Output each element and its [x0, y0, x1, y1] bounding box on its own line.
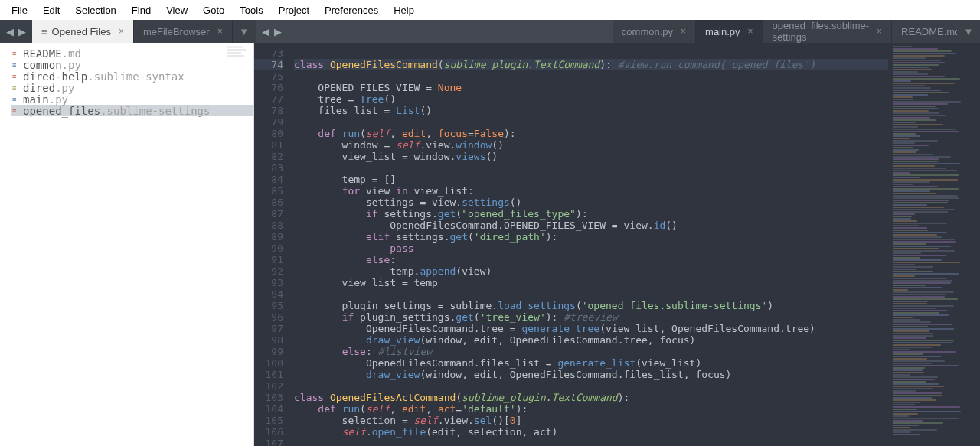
file-name: opened_files.sublime-settings	[23, 105, 210, 117]
editor-tab[interactable]: main.py×	[696, 20, 763, 43]
file-list: ≡README.md≡common.py≡dired-help.sublime-…	[0, 43, 253, 116]
line-number: 77	[254, 93, 283, 105]
code-line: def run(self, edit, focus=False):	[294, 128, 888, 139]
file-name: common.py	[23, 59, 81, 71]
editor-nav-arrows[interactable]: ◀ ▶	[256, 20, 612, 43]
minimap[interactable]	[888, 43, 980, 446]
tab-label: Opened Files	[52, 26, 111, 37]
code-line: class OpenedFilesCommand(sublime_plugin.…	[294, 59, 888, 70]
code-line: def run(self, edit, act='default'):	[294, 403, 888, 415]
code-line: temp = []	[294, 174, 888, 185]
code-line: self.open_file(edit, selection, act)	[294, 426, 888, 438]
main-area: ≡README.md≡common.py≡dired-help.sublime-…	[0, 43, 980, 446]
code-line: plugin_settings = sublime.load_settings(…	[294, 300, 888, 311]
file-bullet-icon: ≡	[12, 50, 20, 57]
code-line	[294, 288, 888, 300]
sidebar-nav-arrows[interactable]: ◀ ▶	[0, 20, 32, 43]
line-number: 92	[254, 265, 283, 277]
file-row[interactable]: ≡opened_files.sublime-settings	[11, 105, 253, 116]
code-area[interactable]: class OpenedFilesCommand(sublime_plugin.…	[288, 43, 888, 446]
arrow-left-icon[interactable]: ◀	[262, 26, 270, 37]
menu-item-selection[interactable]: Selection	[68, 2, 122, 18]
line-number: 82	[254, 151, 283, 162]
tab-label: opened_files.sublime-settings	[773, 20, 869, 43]
code-line: OpenedFilesCommand.files_list = generate…	[294, 357, 888, 369]
code-line: tree = Tree()	[294, 93, 888, 105]
code-line: else:	[294, 254, 888, 265]
code-line	[294, 380, 888, 392]
close-icon[interactable]: ×	[877, 26, 882, 37]
line-number: 106	[254, 426, 283, 438]
line-number: 99	[254, 346, 283, 357]
code-line: temp.append(view)	[294, 265, 888, 277]
line-number: 97	[254, 323, 283, 334]
menu-item-find[interactable]: Find	[125, 2, 158, 18]
code-line: for view in view_list:	[294, 185, 888, 197]
file-row[interactable]: ≡common.py	[11, 59, 253, 70]
file-row[interactable]: ≡main.py	[11, 93, 253, 105]
line-number: 105	[254, 415, 283, 426]
editor-tab-overflow-dropdown[interactable]: ▼	[957, 20, 980, 43]
file-row[interactable]: ≡dired.py	[11, 82, 253, 93]
line-number: 74	[254, 59, 283, 70]
code-line: draw_view(window, edit, OpenedFilesComma…	[294, 334, 888, 346]
menu-item-edit[interactable]: Edit	[36, 2, 67, 18]
line-number: 101	[254, 369, 283, 380]
line-number: 95	[254, 300, 283, 311]
code-line	[294, 116, 888, 128]
menu-item-tools[interactable]: Tools	[233, 2, 270, 18]
code-line: pass	[294, 243, 888, 254]
arrow-right-icon[interactable]: ▶	[18, 26, 26, 37]
code-line: settings = view.settings()	[294, 197, 888, 208]
line-number: 91	[254, 254, 283, 265]
close-icon[interactable]: ×	[217, 26, 223, 37]
tabstrip: ◀ ▶ ≡ Opened Files × meFileBrowser × ▼ ◀…	[0, 20, 980, 43]
line-number: 81	[254, 139, 283, 151]
close-icon[interactable]: ×	[681, 26, 686, 37]
arrow-left-icon[interactable]: ◀	[6, 26, 14, 37]
line-number: 107	[254, 438, 283, 446]
code-line: else: #listview	[294, 346, 888, 357]
line-number: 100	[254, 357, 283, 369]
file-bullet-icon: ≡	[12, 84, 20, 92]
menu-item-help[interactable]: Help	[387, 2, 421, 18]
tab-overflow-dropdown[interactable]: ▼	[233, 20, 256, 43]
menu-item-preferences[interactable]: Preferences	[318, 2, 385, 18]
line-number: 86	[254, 197, 283, 208]
arrow-right-icon[interactable]: ▶	[274, 26, 282, 37]
sidebar-minimap	[227, 46, 250, 92]
file-row[interactable]: ≡README.md	[11, 47, 253, 59]
code-line: class OpenedFilesActCommand(sublime_plug…	[294, 392, 888, 403]
close-icon[interactable]: ×	[119, 26, 124, 37]
line-number: 102	[254, 380, 283, 392]
menu-item-file[interactable]: File	[5, 2, 34, 18]
editor-tab[interactable]: opened_files.sublime-settings×	[763, 20, 892, 43]
menu-item-project[interactable]: Project	[272, 2, 316, 18]
line-number: 85	[254, 185, 283, 197]
menu-item-view[interactable]: View	[159, 2, 194, 18]
tab-label: meFileBrowser	[143, 26, 210, 37]
line-number: 96	[254, 311, 283, 323]
sidebar: ≡README.md≡common.py≡dired-help.sublime-…	[0, 43, 254, 446]
code-line	[294, 438, 888, 446]
file-name: dired-help.sublime-syntax	[23, 70, 185, 83]
code-line: OPENED_FILES_VIEW = None	[294, 82, 888, 93]
line-number: 89	[254, 231, 283, 243]
editor-tab[interactable]: README.md×	[892, 20, 957, 43]
code-line: view_list = temp	[294, 277, 888, 288]
tab-opened-files[interactable]: ≡ Opened Files ×	[32, 20, 134, 43]
menu-item-goto[interactable]: Goto	[196, 2, 231, 18]
line-number: 90	[254, 243, 283, 254]
line-number: 84	[254, 174, 283, 185]
line-number: 83	[254, 162, 283, 174]
code-line: OpenedFilesCommand.tree = generate_tree(…	[294, 323, 888, 334]
tab-file-browser[interactable]: meFileBrowser ×	[134, 20, 233, 43]
gutter: 7374757677787980818283848586878889909192…	[254, 43, 288, 446]
editor[interactable]: 7374757677787980818283848586878889909192…	[254, 43, 980, 446]
code-line: view_list = window.views()	[294, 151, 888, 162]
close-icon[interactable]: ×	[748, 26, 753, 37]
editor-tab[interactable]: common.py×	[612, 20, 696, 43]
file-bullet-icon: ≡	[12, 107, 20, 115]
file-row[interactable]: ≡dired-help.sublime-syntax	[11, 70, 253, 82]
code-line: files_list = List()	[294, 105, 888, 116]
